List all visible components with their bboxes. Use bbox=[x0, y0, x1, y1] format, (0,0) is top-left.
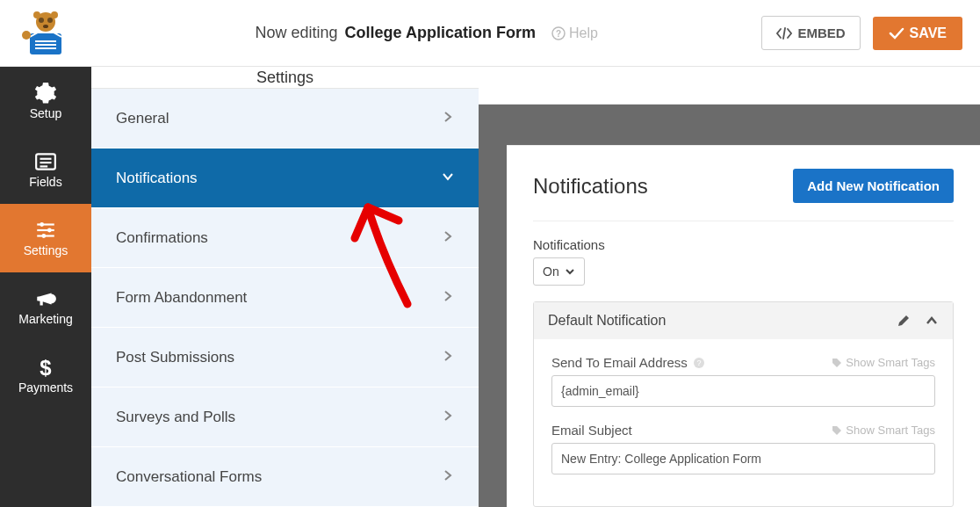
chevron-right-icon bbox=[442, 110, 454, 127]
svg-point-18 bbox=[40, 222, 44, 227]
settings-row-form-abandonment[interactable]: Form Abandonment bbox=[91, 268, 479, 328]
settings-row-notifications[interactable]: Notifications bbox=[91, 148, 479, 208]
sidebar-item-settings[interactable]: Settings bbox=[0, 204, 91, 272]
settings-row-post-submissions[interactable]: Post Submissions bbox=[91, 328, 479, 387]
sidebar-item-setup[interactable]: Setup bbox=[0, 67, 91, 135]
code-icon bbox=[776, 27, 792, 40]
svg-rect-3 bbox=[35, 47, 56, 49]
svg-text:?: ? bbox=[556, 29, 561, 39]
side-nav: Setup Fields Settings Marketing $ Paymen… bbox=[0, 67, 91, 507]
settings-list: General Notifications Confirmations Form… bbox=[91, 89, 479, 507]
chevron-down-icon bbox=[442, 170, 454, 187]
svg-point-22 bbox=[41, 234, 46, 238]
show-smart-tags-link[interactable]: Show Smart Tags bbox=[832, 424, 935, 437]
help-icon: ? bbox=[551, 26, 566, 40]
notification-block-header: Default Notification bbox=[534, 302, 953, 339]
chevron-up-icon[interactable] bbox=[925, 314, 939, 328]
help-link[interactable]: ? Help bbox=[551, 25, 598, 41]
settings-row-surveys-polls[interactable]: Surveys and Polls bbox=[91, 387, 479, 447]
wpforms-logo bbox=[0, 0, 91, 67]
chevron-right-icon bbox=[442, 289, 454, 307]
sliders-icon bbox=[34, 219, 57, 242]
form-name: College Application Form bbox=[345, 24, 536, 42]
svg-point-7 bbox=[33, 11, 40, 18]
tag-icon bbox=[832, 425, 842, 436]
chevron-right-icon bbox=[442, 409, 454, 426]
help-icon: ? bbox=[693, 357, 705, 369]
sidebar-item-marketing[interactable]: Marketing bbox=[0, 272, 91, 341]
svg-text:?: ? bbox=[696, 359, 701, 367]
svg-rect-1 bbox=[35, 40, 56, 42]
chevron-right-icon bbox=[442, 349, 454, 366]
card-title: Notifications bbox=[533, 174, 648, 199]
notifications-toggle[interactable]: On bbox=[533, 257, 585, 286]
send-to-input[interactable] bbox=[551, 375, 935, 407]
svg-point-9 bbox=[43, 25, 48, 28]
save-button[interactable]: SAVE bbox=[873, 17, 962, 50]
chevron-right-icon bbox=[442, 229, 454, 247]
settings-row-conversational-forms[interactable]: Conversational Forms bbox=[91, 447, 479, 507]
settings-row-general[interactable]: General bbox=[91, 89, 479, 148]
show-smart-tags-link[interactable]: Show Smart Tags bbox=[832, 356, 935, 369]
chevron-down-icon bbox=[565, 266, 575, 277]
sidebar-item-fields[interactable]: Fields bbox=[0, 135, 91, 204]
tag-icon bbox=[832, 358, 842, 368]
pencil-icon[interactable] bbox=[897, 314, 911, 328]
svg-point-20 bbox=[47, 228, 52, 233]
svg-point-6 bbox=[47, 18, 53, 23]
add-notification-button[interactable]: Add New Notification bbox=[793, 169, 954, 203]
sidebar-item-payments[interactable]: $ Payments bbox=[0, 341, 91, 409]
settings-row-confirmations[interactable]: Confirmations bbox=[91, 208, 479, 268]
gear-icon bbox=[34, 82, 57, 105]
dollar-icon: $ bbox=[34, 356, 57, 379]
check-icon bbox=[889, 27, 904, 40]
svg-point-8 bbox=[51, 11, 58, 18]
embed-button[interactable]: EMBED bbox=[761, 16, 860, 50]
divider bbox=[533, 221, 954, 221]
svg-text:$: $ bbox=[40, 356, 51, 379]
settings-panel-title: Settings bbox=[91, 67, 479, 89]
list-icon bbox=[34, 150, 57, 173]
notifications-card: Notifications Add New Notification Notif… bbox=[507, 145, 980, 507]
svg-point-5 bbox=[39, 18, 44, 23]
email-subject-label: Email Subject bbox=[551, 423, 632, 438]
toggle-label: Notifications bbox=[533, 237, 954, 252]
email-subject-input[interactable] bbox=[551, 443, 935, 474]
svg-point-10 bbox=[22, 31, 31, 40]
chevron-right-icon bbox=[442, 468, 454, 486]
svg-rect-2 bbox=[35, 44, 56, 46]
bullhorn-icon bbox=[34, 287, 57, 310]
send-to-label: Send To Email Address ? bbox=[551, 355, 705, 370]
editing-prefix: Now editing bbox=[256, 24, 338, 42]
